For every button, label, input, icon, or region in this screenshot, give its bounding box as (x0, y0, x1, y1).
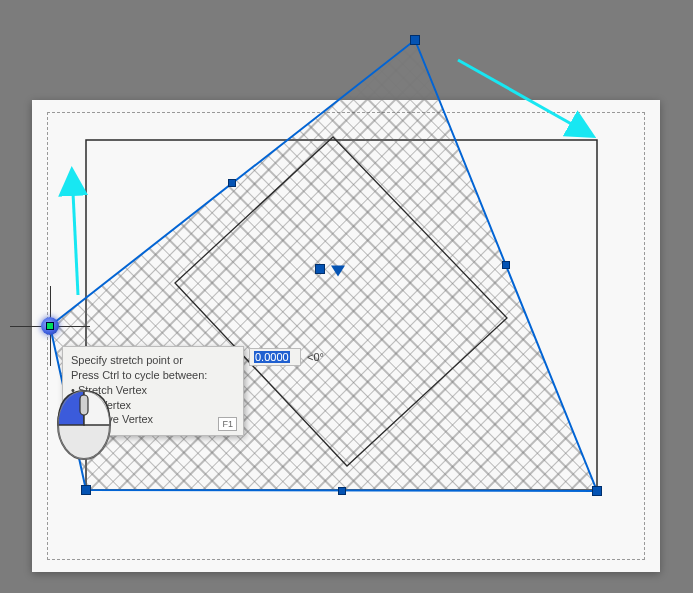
margin-border (47, 112, 645, 560)
angle-value: 0° (313, 351, 324, 363)
polygon-midpoint-grip[interactable] (228, 179, 236, 187)
polygon-vertex-grip[interactable] (81, 485, 91, 495)
distance-value: 0.0000 (254, 351, 290, 363)
hatch-center-grip[interactable] (315, 264, 325, 274)
distance-input[interactable]: 0.0000 (249, 348, 301, 366)
tooltip-option: • Stretch Vertex (71, 383, 235, 398)
tooltip-line: Specify stretch point or (71, 353, 235, 368)
polygon-vertex-grip[interactable] (410, 35, 420, 45)
dynamic-input[interactable]: 0.0000 < 0° (249, 348, 324, 366)
help-key-badge: F1 (218, 417, 237, 431)
tooltip-line: Press Ctrl to cycle between: (71, 368, 235, 383)
polygon-midpoint-grip[interactable] (338, 487, 346, 495)
tooltip-option: • Add Vertex (71, 398, 235, 413)
hatch-arrow-grip[interactable] (331, 266, 345, 277)
tooltip-option: • Remove Vertex (71, 412, 235, 427)
polygon-midpoint-grip[interactable] (502, 261, 510, 269)
polygon-vertex-grip[interactable] (592, 486, 602, 496)
active-vertex-grip[interactable] (41, 317, 59, 335)
grip-tooltip: Specify stretch point or Press Ctrl to c… (62, 346, 244, 436)
